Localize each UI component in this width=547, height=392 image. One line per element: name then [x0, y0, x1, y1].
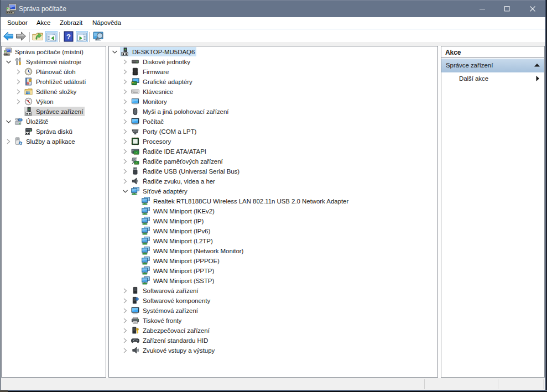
svg-text:?: ?	[66, 33, 71, 41]
